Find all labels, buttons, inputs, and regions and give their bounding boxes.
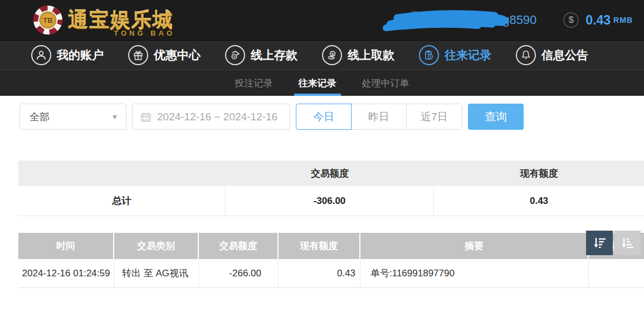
username-redacted: g8590 <box>380 3 536 37</box>
balance-display: $ 0.43 RMB <box>563 12 633 28</box>
tab-transaction-records[interactable]: 往来记录 <box>297 70 338 96</box>
table-row: 2024-12-16 01:24:59 转出 至 AG视讯 -266.00 0.… <box>18 259 644 288</box>
col-header-type: 交易类别 <box>114 233 199 259</box>
user-area: g8590 $ 0.43 RMB <box>380 0 633 40</box>
nav-item-transaction-records[interactable]: 往来记录 <box>419 45 491 65</box>
balance-amount: 0.43 <box>586 13 611 28</box>
cell-remark <box>589 259 644 287</box>
nav-label: 线上存款 <box>251 47 297 63</box>
calendar-icon <box>140 111 152 123</box>
brand-logo[interactable]: TB 通宝娱乐城 TONG BAO <box>32 4 174 36</box>
col-header-amount: 交易额度 <box>199 233 279 259</box>
nav-label: 信息公告 <box>541 47 588 63</box>
cell-summary: 单号:116991897790 <box>360 259 589 287</box>
record-tabs: 投注记录 往来记录 处理中订单 <box>0 70 644 96</box>
last7days-button[interactable]: 近7日 <box>407 104 462 129</box>
date-range-input[interactable]: 2024-12-16 ~ 2024-12-16 <box>132 104 290 130</box>
nav-label: 优惠中心 <box>154 47 201 63</box>
balance-currency: RMB <box>613 16 633 25</box>
brand-name-en: TONG BAO <box>114 29 175 37</box>
summary-header-transaction: 交易额度 <box>226 167 434 180</box>
summary-table: 交易额度 现有额度 总计 -306.00 0.43 <box>18 160 644 216</box>
search-button[interactable]: 查询 <box>468 104 524 130</box>
top-header: TB 通宝娱乐城 TONG BAO g8590 $ 0.43 RMB <box>0 0 644 40</box>
nav-label: 我的账户 <box>57 47 104 63</box>
filter-bar: 全部 ▼ 2024-12-16 ~ 2024-12-16 今日 昨日 近7日 查… <box>19 104 644 130</box>
summary-total-label: 总计 <box>18 186 226 216</box>
nav-item-withdraw[interactable]: $ 线上取款 <box>322 45 394 65</box>
sort-ascending-icon <box>620 236 635 250</box>
quick-date-group: 今日 昨日 近7日 <box>296 104 462 130</box>
nav-label: 往来记录 <box>445 47 491 63</box>
tab-pending-orders[interactable]: 处理中订单 <box>361 70 411 96</box>
svg-text:$: $ <box>331 52 334 57</box>
nav-item-announcements[interactable]: 信息公告 <box>516 45 588 65</box>
svg-text:TB: TB <box>43 16 52 25</box>
cell-amount: -266.00 <box>199 259 279 287</box>
nav-item-promotions[interactable]: 优惠中心 <box>128 45 201 65</box>
tab-bet-records[interactable]: 投注记录 <box>234 70 274 96</box>
sort-descending-button[interactable] <box>586 231 613 255</box>
type-select-value: 全部 <box>30 110 50 124</box>
date-range-value: 2024-12-16 ~ 2024-12-16 <box>157 111 277 123</box>
chevron-down-icon: ▼ <box>111 113 118 121</box>
col-header-balance: 现有额度 <box>279 233 360 259</box>
yesterday-button[interactable]: 昨日 <box>352 104 407 129</box>
nav-item-my-account[interactable]: 我的账户 <box>31 45 104 65</box>
summary-header-row: 交易额度 现有额度 <box>18 160 644 186</box>
summary-total-balance: 0.43 <box>434 186 644 216</box>
bell-icon <box>516 45 536 65</box>
sort-ascending-button[interactable] <box>614 231 641 255</box>
deposit-icon <box>225 45 245 65</box>
cell-time: 2024-12-16 01:24:59 <box>18 259 114 287</box>
gift-icon <box>128 45 148 65</box>
page: TB 通宝娱乐城 TONG BAO g8590 $ 0.43 RMB <box>0 0 644 327</box>
poker-chip-icon: TB <box>32 4 64 36</box>
sort-descending-icon <box>592 236 607 250</box>
summary-header-balance: 现有额度 <box>434 167 644 180</box>
col-header-summary: 摘要 <box>360 233 589 259</box>
summary-total-row: 总计 -306.00 0.43 <box>18 186 644 216</box>
cell-balance: 0.43 <box>279 259 360 287</box>
summary-total-transaction: -306.00 <box>226 186 434 216</box>
user-icon <box>31 45 51 65</box>
brand-text: 通宝娱乐城 TONG BAO <box>68 7 174 34</box>
dollar-icon: $ <box>563 12 579 28</box>
nav-label: 线上取款 <box>348 47 394 63</box>
today-button[interactable]: 今日 <box>296 104 352 129</box>
records-table: 时间 交易类别 交易额度 现有额度 摘要 备注 2024-12-16 01:24… <box>18 233 644 288</box>
redaction-scribble <box>380 3 536 37</box>
sort-controls <box>586 231 641 255</box>
withdraw-icon: $ <box>322 45 342 65</box>
main-nav: 我的账户 优惠中心 线上存款 $ 线上取款 往来记录 <box>0 40 644 70</box>
cell-type: 转出 至 AG视讯 <box>114 259 199 287</box>
records-icon <box>419 45 439 65</box>
records-header-row: 时间 交易类别 交易额度 现有额度 摘要 备注 <box>18 233 644 259</box>
type-select[interactable]: 全部 ▼ <box>19 104 126 130</box>
nav-item-deposit[interactable]: 线上存款 <box>225 45 297 65</box>
col-header-time: 时间 <box>18 233 114 259</box>
